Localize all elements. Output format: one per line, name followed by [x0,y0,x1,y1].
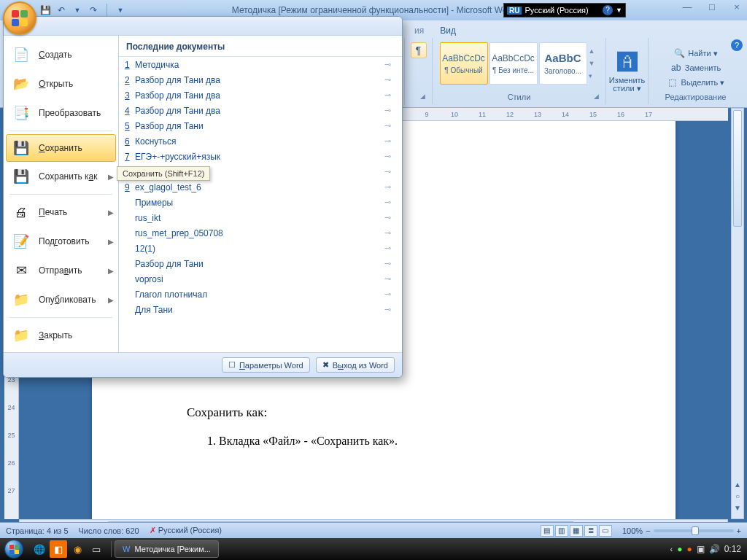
show-marks-button[interactable]: ¶ [411,42,427,58]
menu-prepare[interactable]: 📝Подготовить▶ [4,227,118,256]
next-page-icon[interactable]: ▼ [732,504,743,516]
tray-icon-1[interactable]: ● [677,544,682,554]
pin-icon[interactable]: ⊸ [384,182,396,192]
zoom-slider[interactable] [654,529,734,532]
menu-convert[interactable]: 📑Преобразовать [4,98,118,128]
recent-doc[interactable]: rus_met_prep_050708⊸ [119,225,402,241]
list-item-1[interactable]: 1. Вкладка «Файл» - «Сохранить как». [207,435,398,448]
prev-page-icon[interactable]: ▲ [732,481,743,492]
recent-doc[interactable]: rus_ikt⊸ [119,210,402,225]
qat-customize-icon[interactable]: ▼ [115,4,126,16]
zoom-out-icon[interactable]: − [646,526,650,535]
tab-view[interactable]: Вид [434,23,462,38]
recent-doc[interactable]: 3Разбор для Тани два⊸ [119,88,402,103]
vscroll-thumb[interactable] [733,110,742,227]
para-dialog-icon[interactable]: ◢ [420,93,429,101]
view-web[interactable]: ▦ [570,525,583,537]
change-styles-icon[interactable]: 🅰 [613,47,642,77]
menu-open[interactable]: 📂Открыть [4,69,118,98]
pin-icon[interactable]: ⊸ [384,136,396,146]
view-print-layout[interactable]: ▤ [541,525,554,537]
recent-doc[interactable]: 4Разбор для Тани два⊸ [119,103,402,118]
pin-icon[interactable]: ⊸ [384,213,396,222]
pin-icon[interactable]: ⊸ [384,106,396,115]
browse-object-icon[interactable]: ○ [732,492,743,504]
recent-doc[interactable]: 5Разбор для Тани⊸ [119,118,402,133]
maximize-button[interactable]: □ [705,1,719,12]
styles-dialog-icon[interactable]: ◢ [594,93,603,101]
office-button[interactable] [3,1,36,35]
find-button[interactable]: 🔍Найти ▾ [673,46,717,61]
recent-doc[interactable]: Примеры⊸ [119,195,402,210]
recent-doc[interactable]: Разбор для Тани⊸ [119,256,402,271]
qat-undo-dd[interactable]: ▼ [71,4,83,16]
lang-help-icon[interactable]: ? [603,5,613,15]
menu-publish[interactable]: 📁Опубликовать▶ [4,285,118,314]
menu-saveas[interactable]: 💾Сохранить как▶ [4,162,118,191]
qat-redo-icon[interactable]: ↷ [88,4,99,16]
vertical-scrollbar[interactable]: ▲ ○ ▼ [731,108,744,519]
menu-close[interactable]: 📁Закрыть [4,321,118,350]
menu-new[interactable]: 📄Создать [4,40,118,69]
tray-icon-2[interactable]: ● [686,544,692,554]
pin-icon[interactable]: ⊸ [384,228,396,238]
ql-app1-icon[interactable]: ◧ [50,540,67,558]
zoom-value[interactable]: 100% [622,526,643,535]
view-outline[interactable]: ≣ [584,525,597,537]
clock[interactable]: 0:12 [724,544,741,554]
styles-more[interactable]: ▾ [589,72,599,79]
menu-print[interactable]: 🖨Печать▶ [4,198,118,227]
word-options-button[interactable]: ☐Параметры Word [222,357,310,373]
tray-volume-icon[interactable]: 🔊 [709,544,720,554]
recent-doc[interactable]: Глагол плотничал⊸ [119,287,402,302]
pin-icon[interactable]: ⊸ [384,289,396,299]
tray-expand-icon[interactable]: ‹ [670,545,673,553]
pin-icon[interactable]: ⊸ [384,90,396,100]
lang-code[interactable]: RU [507,7,522,15]
zoom-in-icon[interactable]: + [737,526,741,535]
zoom-knob[interactable] [692,526,699,535]
pin-icon[interactable]: ⊸ [384,60,396,69]
pin-icon[interactable]: ⊸ [384,198,396,207]
minimize-button[interactable]: — [680,1,694,12]
recent-doc[interactable]: Для Тани⊸ [119,302,402,317]
view-full-screen[interactable]: ▥ [555,525,568,537]
pin-icon[interactable]: ⊸ [384,75,396,85]
select-button[interactable]: ⬚Выделить ▾ [667,75,725,90]
pin-icon[interactable]: ⊸ [384,167,396,176]
status-words[interactable]: Число слов: 620 [79,526,139,535]
menu-send[interactable]: ✉Отправить▶ [4,256,118,285]
ql-wmp-icon[interactable]: ◉ [69,540,86,558]
start-button[interactable] [0,538,28,560]
pin-icon[interactable]: ⊸ [384,259,396,268]
tab-partial[interactable]: ия [409,23,430,38]
style-normal[interactable]: AaBbCcDc ¶ Обычный [440,42,488,85]
qat-save-icon[interactable]: 💾 [39,4,51,16]
pin-icon[interactable]: ⊸ [384,121,396,131]
exit-word-button[interactable]: ✖Выход из Word [316,357,395,373]
status-page[interactable]: Страница: 4 из 5 [6,526,69,535]
recent-doc[interactable]: 12(1)⊸ [119,241,402,256]
style-nospacing[interactable]: AaBbCcDc ¶ Без инте... [489,42,538,85]
pin-icon[interactable]: ⊸ [384,244,396,253]
recent-doc[interactable]: 9ex_glagol_test_6⊸ [119,179,402,195]
lang-dd-icon[interactable]: ▼ [616,7,622,14]
recent-doc[interactable]: 1Методичка⊸ [119,57,402,72]
pin-icon[interactable]: ⊸ [384,152,396,161]
ql-desktop-icon[interactable]: ▭ [88,540,105,558]
view-draft[interactable]: ▭ [599,525,612,537]
recent-doc[interactable]: 6Коснуться⊸ [119,133,402,149]
qat-undo-icon[interactable]: ↶ [55,4,67,16]
styles-row-dn[interactable]: ▼ [589,60,599,67]
language-bar[interactable]: RU Русский (Россия) ? ▼ [503,3,626,18]
taskbar-word-button[interactable]: WМетодичка [Режим... [115,540,219,558]
pin-icon[interactable]: ⊸ [384,274,396,284]
pin-icon[interactable]: ⊸ [384,305,396,314]
recent-doc[interactable]: voprosi⊸ [119,271,402,287]
recent-doc[interactable]: 2Разбор для Тани два⊸ [119,72,402,88]
close-button[interactable]: × [729,1,744,12]
style-heading[interactable]: AaBbC Заголово... [539,42,587,85]
ql-ie-icon[interactable]: 🌐 [31,540,48,558]
replace-button[interactable]: abЗаменить [670,61,721,75]
styles-row-up[interactable]: ▲ [589,47,599,55]
